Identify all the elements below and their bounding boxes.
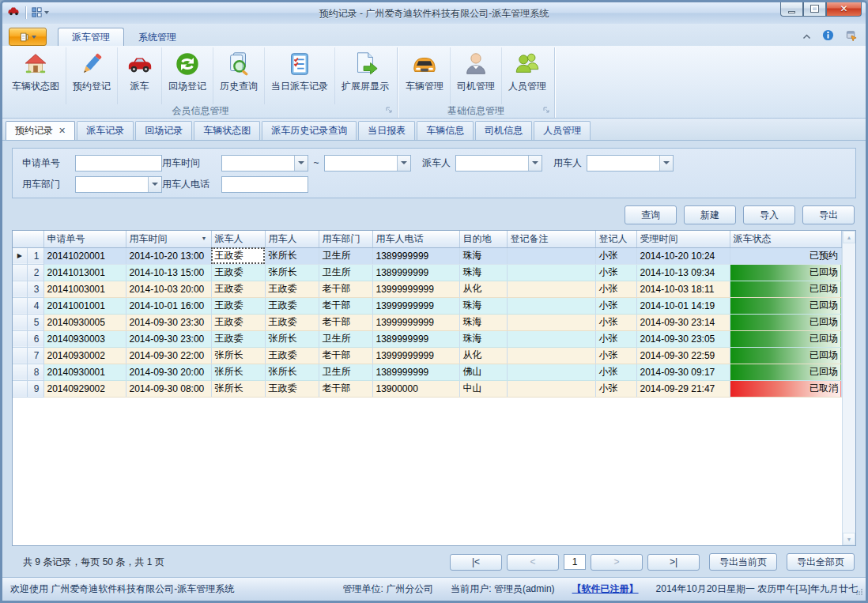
cell-department[interactable]: 卫生所 [319, 330, 372, 347]
cell-use-time[interactable]: 2014-09-30 22:00 [126, 347, 211, 364]
cell-order-no[interactable]: 20140929002 [43, 380, 126, 397]
tab-dispatch-management[interactable]: 派车管理 [58, 28, 124, 46]
cell-use-time[interactable]: 2014-10-01 16:00 [126, 297, 211, 314]
page-number-input[interactable] [564, 554, 586, 570]
cell-registrar[interactable]: 小张 [595, 364, 636, 380]
cell-remark[interactable] [507, 281, 595, 297]
table-row[interactable]: 9201409290022014-09-30 08:00张所长王政委老干部139… [13, 380, 842, 397]
history-query-button[interactable]: 历史查询 [213, 47, 265, 104]
personnel-management-button[interactable]: 人员管理 [502, 47, 553, 104]
cell-status[interactable]: 已取消 [730, 380, 842, 397]
tab-dispatch-history-query[interactable]: 派车历史记录查询 [262, 121, 357, 140]
dispatch-button[interactable]: 派车 [118, 47, 162, 104]
cell-user-phone[interactable]: 13999999999 [372, 281, 459, 297]
user-phone-input[interactable] [221, 176, 308, 193]
cell-car-user[interactable]: 张所长 [265, 264, 319, 281]
export-button[interactable]: 导出 [802, 205, 855, 224]
scroll-up-icon[interactable]: ▲ [843, 231, 855, 243]
cell-accept-time[interactable]: 2014-09-30 09:17 [636, 364, 730, 380]
table-row[interactable]: ▶1201410200012014-10-20 13:00王政委张所长卫生所13… [13, 247, 842, 264]
col-registrar[interactable]: 登记人 [595, 231, 636, 247]
cell-registrar[interactable]: 小张 [595, 247, 636, 264]
department-combo[interactable] [75, 176, 162, 193]
tab-personnel-management[interactable]: 人员管理 [534, 121, 591, 140]
cell-remark[interactable] [507, 264, 595, 281]
export-current-page-button[interactable]: 导出当前页 [709, 553, 777, 571]
cell-user-phone[interactable]: 1389999999 [372, 330, 459, 347]
cell-destination[interactable]: 珠海 [459, 297, 507, 314]
cell-department[interactable]: 老干部 [319, 380, 372, 397]
new-button[interactable]: 新建 [684, 205, 736, 224]
cell-use-time[interactable]: 2014-09-30 23:00 [126, 330, 211, 347]
cell-accept-time[interactable]: 2014-10-20 10:24 [636, 247, 730, 264]
cell-order-no[interactable]: 20140930001 [43, 364, 126, 380]
cell-remark[interactable] [507, 247, 595, 264]
cell-dispatcher[interactable]: 王政委 [211, 330, 265, 347]
style-selector-icon[interactable] [845, 29, 858, 43]
cell-status[interactable]: 已回场 [730, 297, 842, 314]
cell-status[interactable]: 已预约 [730, 247, 842, 264]
import-button[interactable]: 导入 [743, 205, 795, 224]
tab-vehicle-info[interactable]: 车辆信息 [417, 121, 474, 140]
cell-status[interactable]: 已回场 [730, 347, 842, 364]
table-row[interactable]: 8201409300012014-09-30 20:00张所长张所长卫生所138… [13, 364, 842, 380]
cell-remark[interactable] [507, 364, 595, 380]
col-use-time[interactable]: 用车时间▼ [126, 231, 211, 247]
next-page-button[interactable]: > [591, 554, 643, 571]
cell-user-phone[interactable]: 13900000 [372, 380, 459, 397]
cell-dispatcher[interactable]: 张所长 [211, 380, 265, 397]
license-registered-link[interactable]: 【软件已注册】 [572, 582, 639, 596]
maximize-button[interactable] [803, 2, 826, 17]
cell-car-user[interactable]: 张所长 [265, 330, 319, 347]
cell-accept-time[interactable]: 2014-10-01 14:19 [636, 297, 730, 314]
extended-screen-button[interactable]: 扩展屏显示 [335, 47, 395, 104]
cell-use-time[interactable]: 2014-10-03 20:00 [126, 281, 211, 297]
cell-dispatcher[interactable]: 张所长 [211, 347, 265, 364]
driver-management-button[interactable]: 司机管理 [451, 47, 502, 104]
tab-close-icon[interactable]: ✕ [58, 126, 66, 136]
cell-order-no[interactable]: 20141003001 [43, 281, 126, 297]
cell-status[interactable]: 已回场 [730, 281, 842, 297]
cell-status[interactable]: 已回场 [730, 314, 842, 330]
order-no-input[interactable] [75, 155, 162, 171]
col-car-user[interactable]: 用车人 [265, 231, 319, 247]
car-user-combo[interactable] [587, 155, 674, 171]
resize-grip-icon[interactable] [855, 587, 863, 598]
cell-remark[interactable] [507, 297, 595, 314]
cell-department[interactable]: 老干部 [319, 281, 372, 297]
cell-dispatcher[interactable]: 王政委 [211, 247, 265, 264]
cell-car-user[interactable]: 张所长 [265, 364, 319, 380]
cell-registrar[interactable]: 小张 [595, 380, 636, 397]
cell-use-time[interactable]: 2014-09-30 23:30 [126, 314, 211, 330]
today-dispatch-records-button[interactable]: 当日派车记录 [265, 47, 335, 104]
dialog-launcher-icon[interactable] [386, 104, 392, 115]
dialog-launcher-icon[interactable] [543, 104, 549, 115]
cell-use-time[interactable]: 2014-09-30 20:00 [126, 364, 211, 380]
cell-dispatcher[interactable]: 王政委 [211, 297, 265, 314]
combo-arrow-icon[interactable] [397, 156, 410, 171]
cell-order-no[interactable]: 20141013001 [43, 264, 126, 281]
cell-department[interactable]: 卫生所 [319, 247, 372, 264]
cell-destination[interactable]: 珠海 [459, 247, 507, 264]
cell-destination[interactable]: 佛山 [459, 364, 507, 380]
cell-destination[interactable]: 珠海 [459, 330, 507, 347]
tab-return-records[interactable]: 回场记录 [135, 121, 192, 140]
cell-status[interactable]: 已回场 [730, 364, 842, 380]
cell-destination[interactable]: 珠海 [459, 314, 507, 330]
last-page-button[interactable]: >| [647, 554, 700, 571]
col-department[interactable]: 用车部门 [319, 231, 372, 247]
scroll-down-icon[interactable]: ▼ [843, 533, 855, 545]
first-page-button[interactable]: |< [450, 554, 502, 571]
cell-remark[interactable] [507, 314, 595, 330]
cell-remark[interactable] [507, 380, 595, 397]
query-button[interactable]: 查询 [625, 205, 677, 224]
col-status[interactable]: 派车状态 [730, 231, 842, 247]
cell-dispatcher[interactable]: 张所长 [211, 364, 265, 380]
cell-car-user[interactable]: 王政委 [265, 297, 319, 314]
vertical-scrollbar[interactable]: ▲ ▼ [842, 231, 855, 545]
cell-use-time[interactable]: 2014-10-20 13:00 [126, 247, 211, 264]
table-row[interactable]: 3201410030012014-10-03 20:00王政委王政委老干部139… [13, 281, 842, 297]
cell-accept-time[interactable]: 2014-09-30 23:05 [636, 330, 730, 347]
cell-department[interactable]: 老干部 [319, 314, 372, 330]
cell-department[interactable]: 卫生所 [319, 264, 372, 281]
